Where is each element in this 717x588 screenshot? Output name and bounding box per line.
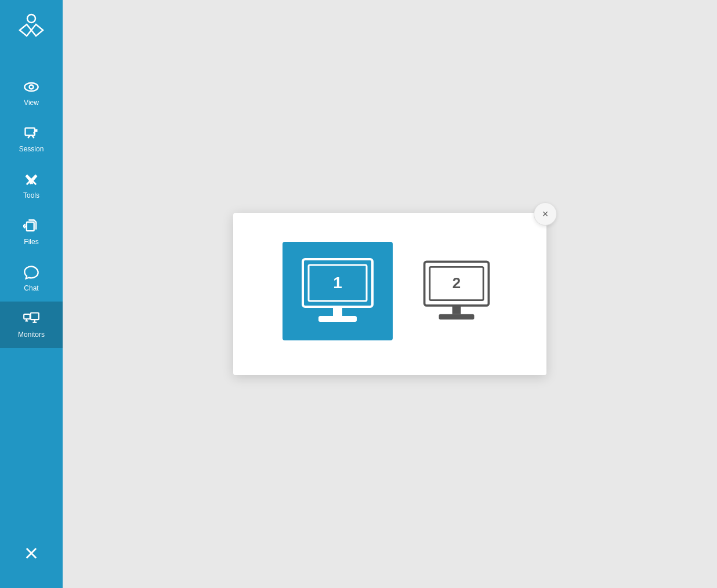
session-icon [23, 125, 39, 141]
monitor-2-icon: 2 [416, 256, 497, 326]
files-icon [23, 218, 39, 234]
logo-icon [14, 12, 49, 46]
sidebar-item-session[interactable]: Session [0, 116, 63, 162]
sidebar-item-label-tools: Tools [23, 191, 39, 199]
sidebar-item-label-session: Session [19, 145, 44, 153]
modal-close-button[interactable]: × [534, 202, 557, 226]
sidebar-item-label-chat: Chat [24, 284, 38, 292]
sidebar-item-files[interactable]: Files [0, 209, 63, 255]
sidebar-item-label-monitors: Monitors [18, 331, 45, 339]
close-icon [23, 545, 39, 561]
sidebar-item-monitors[interactable]: Monitors [0, 302, 63, 348]
svg-rect-22 [333, 307, 342, 316]
modal-close-label: × [542, 208, 549, 220]
sidebar-item-label-files: Files [24, 238, 38, 246]
svg-rect-3 [26, 128, 35, 136]
sidebar-item-view[interactable]: View [0, 70, 63, 116]
monitor-option-2[interactable]: 2 [416, 256, 497, 326]
sidebar: View Session Tools [0, 0, 63, 588]
app-logo [14, 12, 49, 46]
svg-rect-27 [452, 306, 461, 314]
chat-icon [23, 264, 39, 281]
monitor-selection-modal: × 1 2 [233, 213, 546, 375]
monitor-option-1[interactable]: 1 [283, 242, 393, 340]
monitors-sidebar-icon [23, 311, 39, 327]
monitor-1-icon: 1 [294, 253, 381, 329]
svg-point-1 [24, 83, 38, 91]
sidebar-close-button[interactable] [0, 536, 63, 571]
sidebar-item-label-view: View [24, 99, 39, 107]
svg-rect-11 [24, 314, 30, 319]
svg-rect-9 [27, 222, 34, 231]
sidebar-item-tools[interactable]: Tools [0, 162, 63, 209]
svg-text:2: 2 [452, 275, 461, 291]
svg-point-2 [30, 85, 34, 89]
sidebar-nav: View Session Tools [0, 70, 63, 536]
tools-icon [23, 172, 39, 188]
svg-rect-23 [318, 316, 357, 322]
main-content: × 1 2 [63, 0, 717, 588]
eye-icon [23, 79, 39, 95]
svg-text:1: 1 [333, 274, 342, 292]
svg-rect-14 [31, 313, 39, 320]
sidebar-item-chat[interactable]: Chat [0, 255, 63, 302]
svg-point-0 [27, 14, 35, 23]
svg-rect-28 [439, 314, 475, 320]
